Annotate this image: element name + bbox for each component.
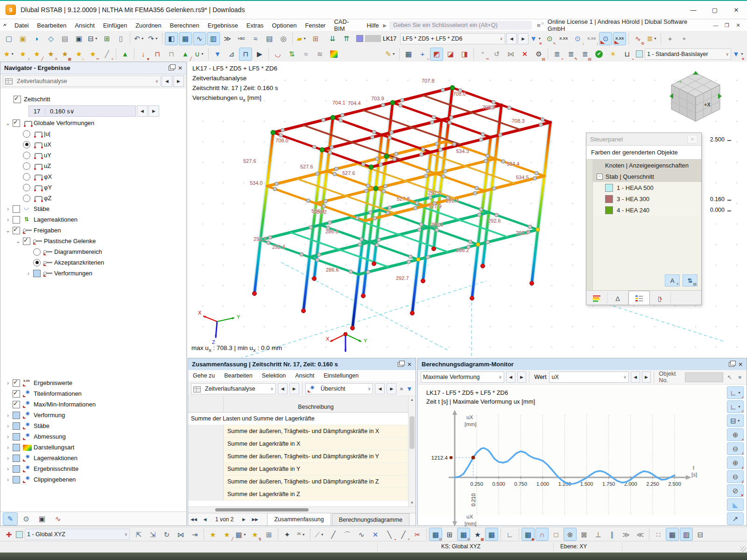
divide-member-icon[interactable]: ★✂ — [86, 48, 99, 61]
tab-color-scale[interactable] — [586, 293, 607, 305]
resize-grip[interactable] — [740, 546, 746, 552]
objekt-input[interactable] — [685, 372, 723, 382]
snap-intersection-icon[interactable]: ★▦ — [471, 528, 484, 541]
steuerpanel-close-icon[interactable]: ✕ — [687, 135, 698, 144]
zoom-out-x-icon[interactable]: ⊖x — [727, 442, 744, 455]
insert-node-icon[interactable]: ↓★ — [137, 48, 150, 61]
guideline-icon[interactable]: ⟋▼ — [313, 528, 326, 541]
snap-circle-icon[interactable]: ⊗ — [564, 528, 577, 541]
save-icon[interactable]: ▣ — [72, 32, 85, 45]
print-icon[interactable]: ⊟▼ — [86, 32, 99, 45]
cad-ok-icon[interactable]: ✔ — [592, 48, 606, 61]
doc-restore-icon[interactable]: ❐ — [722, 22, 732, 28]
snap-grid-icon[interactable]: ⊞ — [443, 528, 456, 541]
undo-icon[interactable]: ↶▼ — [133, 32, 146, 45]
timestep-time[interactable]: 0.160 s — [45, 108, 70, 115]
report-list-icon[interactable]: ▤ — [263, 32, 276, 45]
checkbox-clippingebenen[interactable] — [13, 476, 20, 483]
edit-tables-icon[interactable]: ⊞ — [309, 32, 322, 45]
keyword-search-input[interactable] — [389, 21, 532, 30]
radio-ux[interactable] — [23, 141, 30, 148]
arc-tool-icon[interactable]: ⌒ — [341, 528, 354, 541]
new-member-icon[interactable]: ★╱ — [30, 48, 43, 61]
show-grid-icon[interactable]: ▦ — [402, 48, 415, 61]
view-prev-button[interactable]: ◀ — [375, 383, 385, 394]
radio-uz[interactable] — [23, 162, 30, 170]
timestep-prev-button[interactable]: ◀ — [137, 105, 148, 117]
animation-icon[interactable]: ▶ — [253, 48, 266, 61]
tree-item-verformungen[interactable]: ›Verformungen — [0, 268, 186, 279]
summary-float-icon[interactable] — [398, 362, 403, 367]
chart-print-icon[interactable]: ⊟▼ — [727, 414, 744, 427]
monitor-value-combo[interactable]: uX∨ — [549, 371, 628, 383]
app-menu-icon[interactable]: 🗲 — [0, 20, 10, 31]
loadcase-prev-button[interactable]: ◀ — [506, 33, 517, 44]
intersect-tool-icon[interactable]: ✕ — [369, 528, 382, 541]
analysis-type-combo[interactable]: Zeitverlaufsanalyse∨ — [3, 76, 161, 87]
zoom-out-y-icon[interactable]: ⊖y — [727, 470, 744, 483]
pan-view-icon[interactable]: + — [663, 32, 677, 45]
tree-item-freigaben[interactable]: ⌄Freigaben — [0, 225, 186, 236]
workplane-yz-icon[interactable]: ◪ — [444, 48, 457, 61]
checkbox-darstellungsart[interactable] — [13, 444, 20, 451]
move-block-icon[interactable]: ⇲ — [146, 528, 159, 541]
tree-item-clippingebenen[interactable]: ›Clippingebenen — [0, 474, 186, 485]
view-filter-icon[interactable]: ▼ — [211, 48, 224, 61]
monitor-next-button[interactable]: ▶ — [517, 371, 527, 383]
steuerpanel-scrollbar[interactable] — [586, 160, 593, 290]
filter-loadcase-icon[interactable]: ▼✕▼ — [529, 32, 542, 45]
grid-dots-icon[interactable]: ∷ — [652, 528, 665, 541]
tree-item-lagerreaktionen[interactable]: ›Lagerreaktionen — [0, 453, 186, 463]
more-tools-1-icon[interactable]: » — [677, 32, 691, 45]
summary-row-2[interactable]: Summe der Lagerkräfte in X — [188, 438, 408, 450]
panel-font-button[interactable]: A≡ — [665, 274, 680, 287]
parallel-tool-icon[interactable]: ∥ — [606, 528, 619, 541]
redo-icon[interactable]: ↷▼ — [147, 32, 160, 45]
isolate-objects-icon[interactable]: ⊓ — [239, 48, 252, 61]
analysis-prev-button[interactable]: ◀ — [162, 76, 172, 87]
checkbox-abmessung[interactable] — [13, 433, 20, 441]
camera-icon[interactable]: ▣ — [35, 512, 49, 525]
tree-item--x[interactable]: φX — [0, 171, 186, 182]
member-hinge-icon[interactable]: ∪▼ — [193, 48, 206, 61]
monitor-float-icon[interactable] — [729, 362, 734, 367]
layer-new-icon[interactable]: ≣+ — [550, 48, 564, 61]
loadcase-next-button[interactable]: ▶ — [518, 33, 529, 44]
search-collapse-icon[interactable]: ▶ — [383, 23, 387, 28]
tree-item-globale-verformungen[interactable]: ⌄Globale Verformungen — [0, 118, 186, 128]
checkbox-lagerreaktionen[interactable] — [13, 455, 20, 462]
tree-item-titelinformationen[interactable]: Titelinformationen — [0, 388, 186, 399]
project-manager-icon[interactable]: ▤ — [58, 32, 71, 45]
monitor-close-icon[interactable]: ✕ — [738, 361, 743, 368]
tree-item-ergebniswerte[interactable]: ›Ergebniswerte — [0, 378, 186, 388]
zoom-reset-icon[interactable]: ⊘✕ — [727, 484, 744, 497]
dlubal-connect-icon[interactable]: ◗ — [30, 32, 43, 45]
close-button[interactable]: ✕ — [726, 1, 747, 19]
tab-rendered-colors[interactable] — [628, 291, 650, 305]
summary-row-6[interactable]: Summe der Lagerkräfte in Z — [188, 488, 408, 501]
menu-bearbeiten[interactable]: Bearbeiten — [33, 20, 70, 31]
last-page-button[interactable]: ▶▶ — [249, 514, 261, 525]
checkbox-plastische-gelenke[interactable] — [23, 238, 30, 245]
show-deformed-icon[interactable]: ⊙↓ — [571, 32, 584, 45]
summary-menu-ansicht[interactable]: Ansicht — [290, 372, 319, 379]
summary-vscrollbar[interactable]: ▲▼ — [408, 396, 416, 506]
snap-node-icon[interactable]: +○ — [416, 48, 429, 61]
tree-item-lagerreaktionen[interactable]: ›Lagerreaktionen — [0, 214, 186, 225]
menu-extras[interactable]: Extras — [242, 20, 268, 31]
summary-menu-selektion[interactable]: Selektion — [257, 372, 290, 379]
checkbox-titelinformationen[interactable] — [13, 390, 20, 398]
select-special-icon[interactable]: ▦▼ — [234, 528, 247, 541]
snap-quadrant-icon[interactable]: ▦ — [485, 528, 498, 541]
chart-export-icon[interactable]: ↗ — [727, 512, 744, 525]
value-next-button[interactable]: ▶ — [642, 371, 651, 383]
export-sc-icon[interactable]: >SC — [235, 32, 248, 45]
panel-transfer-button[interactable]: ⇅▤ — [683, 274, 698, 287]
tree-item--z[interactable]: φZ — [0, 193, 186, 203]
project-block-icon[interactable]: ⇥ — [188, 528, 201, 541]
chart-curves-icon[interactable]: ∟≈▼ — [727, 400, 744, 413]
checkbox-ergebnisschnitte[interactable] — [13, 465, 20, 473]
result-smoothing-icon[interactable]: ≈ — [299, 48, 312, 61]
summary-menu-gehe-zu[interactable]: Gehe zu — [188, 372, 219, 379]
generate-node-icon[interactable]: ★ — [206, 528, 219, 541]
